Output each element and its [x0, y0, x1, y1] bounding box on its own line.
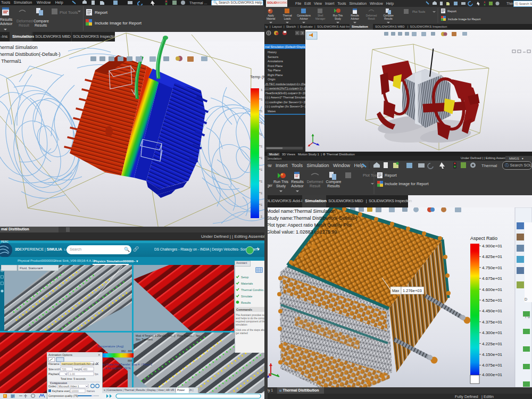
svg-text:width: width — [54, 368, 61, 371]
svg-text:by Globe Heat Transfer: Step 4: by Globe Heat Transfer: Step 4 ( Phase 2 — [103, 363, 152, 366]
svg-text:Playback:: Playback: — [48, 372, 60, 376]
svg-text:Materials: Materials — [241, 282, 253, 285]
svg-text:4.225e+01: 4.225e+01 — [482, 342, 503, 346]
svg-text:2.: 2. — [261, 203, 263, 206]
svg-text:4.750e+01: 4.750e+01 — [482, 265, 503, 270]
svg-text:rearmosen.Downloads.thermal.av: rearmosen.Downloads.thermal.avi — [62, 363, 98, 365]
svg-text:Thermal Conditio...: Thermal Conditio... — [241, 288, 264, 292]
svg-text:Temperature (Avg): Temperature (Avg) — [97, 345, 124, 348]
svg-text:Simulate: Simulate — [241, 295, 252, 298]
svg-text:720: 720 — [62, 368, 66, 371]
svg-text:Total time: 5 seconds: Total time: 5 seconds — [61, 377, 86, 380]
svg-text:Commands: Commands — [236, 308, 252, 311]
svg-text:4.375e+01: 4.375e+01 — [482, 320, 503, 325]
svg-text:2.: 2. — [261, 192, 263, 195]
svg-text:4.825e+01: 4.825e+01 — [482, 254, 503, 259]
svg-text:D: D — [525, 297, 527, 301]
svg-text:3.: 3. — [261, 121, 263, 124]
svg-text:4.000e+01: 4.000e+01 — [482, 372, 503, 377]
svg-text:480: 480 — [83, 368, 88, 371]
svg-text:Animation Options: Animation Options — [48, 353, 72, 356]
svg-text:simulation: simulation — [236, 323, 247, 326]
svg-text:888: 888 — [128, 359, 132, 362]
svg-text:4.150e+01: 4.150e+01 — [482, 352, 503, 357]
svg-text:4.075e+01: 4.075e+01 — [482, 363, 503, 368]
svg-text:Mod: 4 Time(s): 1.25e+01 (Tim.: Mod: 4 Time(s): 1.25e+01 (Tim...) Flow T… — [136, 334, 202, 337]
svg-text:and helps to do the comp...: and helps to do the comp... — [236, 317, 264, 320]
svg-text:2.: 2. — [261, 168, 263, 171]
svg-text:Setup: Setup — [241, 276, 248, 279]
svg-text:2.: 2. — [261, 145, 263, 148]
svg-text:Sim: Transient: Sim: Transient — [136, 338, 153, 341]
svg-text:3.: 3. — [261, 88, 263, 92]
svg-text:required component of the: required component of the — [236, 320, 264, 323]
svg-text:2.: 2. — [261, 156, 263, 160]
svg-text:4.525e+01: 4.525e+01 — [482, 298, 503, 303]
svg-text:Fluid, Stationar▾: Fluid, Stationar▾ — [20, 267, 43, 270]
svg-text:2.: 2. — [261, 180, 263, 183]
svg-text:Compression quality (75): Compression quality (75) — [48, 394, 78, 397]
svg-text:2.: 2. — [261, 215, 263, 218]
svg-text:10000: 10000 — [71, 389, 79, 393]
svg-text:4.600e+01: 4.600e+01 — [482, 287, 503, 292]
svg-text:fps: fps — [95, 372, 98, 376]
svg-text:3.: 3. — [261, 110, 263, 113]
svg-text:Codec:: Codec: — [48, 385, 57, 388]
svg-text:2.: 2. — [261, 133, 263, 136]
svg-text:4.675e+01: 4.675e+01 — [482, 276, 503, 281]
svg-text:height: height — [74, 368, 82, 371]
svg-text:882 888: 882 888 — [121, 350, 132, 353]
svg-text:Keyframe every: Keyframe every — [52, 389, 71, 393]
svg-text:Max: Max — [392, 289, 400, 293]
svg-text:Aspect Ratio: Aspect Ratio — [470, 236, 497, 241]
svg-text:1.276e+03: 1.276e+03 — [403, 288, 422, 293]
svg-text:4.300e+01: 4.300e+01 — [482, 330, 503, 335]
svg-text:Filename:: Filename: — [48, 362, 60, 365]
svg-text:Microsoft Video 1: Microsoft Video 1 — [59, 385, 79, 388]
svg-text:Click one of the steps above..: Click one of the steps above... — [236, 329, 264, 331]
svg-text:Results: Results — [241, 301, 251, 304]
svg-text:Compression: Compression — [50, 381, 67, 385]
svg-text:...st be prog mix: 102 %: ...st be prog mix: 102 % — [103, 367, 131, 370]
svg-text:4.450e+01: 4.450e+01 — [482, 309, 503, 313]
svg-text:get started: get started — [236, 332, 248, 335]
svg-text:frames: frames — [87, 389, 95, 393]
svg-text:Size:: Size: — [48, 368, 54, 371]
svg-text:The Assistant provides supp...: The Assistant provides supp... — [236, 314, 264, 317]
svg-text:3.: 3. — [261, 98, 263, 101]
svg-text:✕: ✕ — [98, 353, 101, 356]
svg-text:1.00: 1.00 — [70, 372, 75, 376]
svg-text:4.900e+01: 4.900e+01 — [482, 244, 503, 248]
svg-text:Temp (K: Temp (K — [250, 74, 264, 79]
